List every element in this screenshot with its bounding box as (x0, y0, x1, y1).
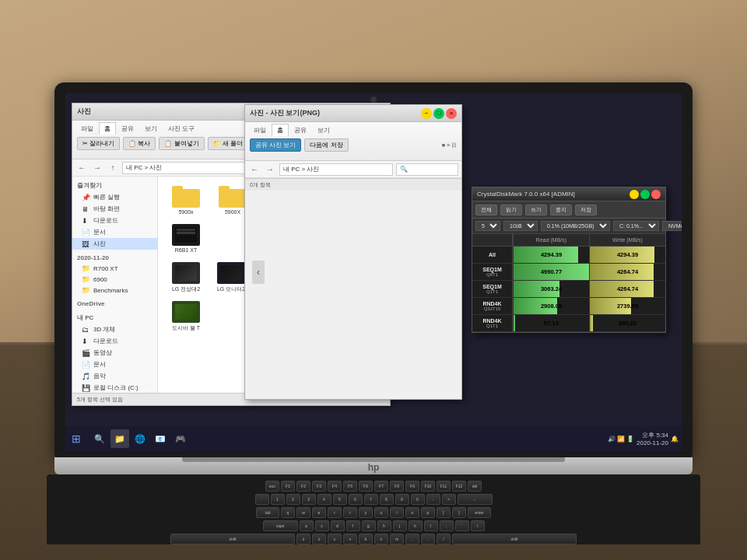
sidebar-item-quick[interactable]: 📌빠른 실행 (72, 191, 157, 203)
key-z[interactable]: z (296, 534, 310, 544)
cdm-save-button[interactable]: 저장 (575, 205, 597, 215)
key-semicolon[interactable]: ; (440, 520, 454, 531)
key-esc[interactable]: esc (265, 481, 279, 492)
key-u[interactable]: u (374, 507, 388, 518)
photo-toshiba3[interactable]: 도시바 불 T (166, 299, 206, 334)
key-9[interactable]: 9 (395, 494, 409, 505)
photo-minimize-button[interactable]: − (421, 108, 432, 119)
key-equals[interactable]: = (442, 494, 456, 505)
photo-close-button[interactable]: × (446, 108, 457, 119)
ribbon-tab-share[interactable]: 공유 (116, 122, 139, 135)
left-nav-arrow[interactable]: ‹ (252, 261, 265, 284)
photo-lg1[interactable]: LG 전상대2 (166, 261, 206, 295)
key-f6[interactable]: F6 (359, 481, 373, 492)
cdm-read-button[interactable]: 읽기 (500, 205, 522, 215)
up-button[interactable]: ↑ (107, 162, 119, 174)
key-caps[interactable]: caps (263, 520, 298, 531)
sidebar-item-dl2[interactable]: ⬇다운로드 (72, 335, 157, 347)
sidebar-item-documents[interactable]: 📄문서 (72, 226, 157, 238)
photo-save-button[interactable]: 다음에 저장 (304, 138, 348, 152)
cut-button[interactable]: ✂ 잘라내기 (77, 137, 120, 150)
key-g[interactable]: g (362, 520, 376, 531)
key-lshift[interactable]: shift (170, 534, 295, 544)
key-rbracket[interactable]: ] (452, 507, 466, 518)
key-f10[interactable]: F10 (421, 481, 435, 492)
key-d[interactable]: d (331, 520, 345, 531)
cdm-close[interactable] (651, 190, 661, 199)
photo-search-bar[interactable]: 🔍 (396, 163, 458, 176)
taskbar-search-icon[interactable]: 🔍 (90, 429, 109, 448)
key-enter[interactable]: enter (468, 507, 491, 518)
key-6[interactable]: 6 (349, 494, 363, 505)
cdm-size-select[interactable]: 1GiB (503, 221, 538, 231)
key-f2[interactable]: F2 (296, 481, 310, 492)
photo-tab-view[interactable]: 보기 (312, 124, 335, 136)
key-k[interactable]: k (409, 520, 423, 531)
key-7[interactable]: 7 (364, 494, 378, 505)
key-2[interactable]: 2 (286, 494, 300, 505)
ribbon-tab-home[interactable]: 홈 (99, 122, 116, 135)
key-v[interactable]: v (343, 534, 357, 544)
key-l[interactable]: l (424, 520, 438, 531)
sidebar-item-photos[interactable]: 🖼사진 (72, 238, 157, 250)
key-f3[interactable]: F3 (312, 481, 326, 492)
key-comma[interactable]: , (405, 534, 419, 544)
cdm-run-all-button[interactable]: 전체 (475, 205, 497, 215)
paste-button[interactable]: 📋 붙여넣기 (159, 137, 204, 150)
key-backtick[interactable]: ` (255, 494, 269, 505)
taskbar-mail-icon[interactable]: 📧 (151, 429, 170, 448)
sidebar-item-music[interactable]: 🎵음악 (72, 370, 157, 382)
folder-r6b1xt[interactable]: R6B1 XT (166, 222, 206, 254)
photo-address-bar[interactable]: 내 PC > 사진 (279, 163, 393, 176)
key-h[interactable]: h (377, 520, 391, 531)
key-m[interactable]: m (390, 534, 404, 544)
key-t[interactable]: t (343, 507, 357, 518)
photo-back-button[interactable]: ← (248, 163, 261, 176)
key-f7[interactable]: F7 (374, 481, 388, 492)
cdm-profile-select[interactable]: NVMeSSD (662, 221, 682, 231)
key-f12[interactable]: F12 (452, 481, 466, 492)
photo-tab-file[interactable]: 파일 (248, 124, 272, 136)
sidebar-item-r700xt[interactable]: 📁R700 XT (72, 263, 157, 274)
notification-icon[interactable]: 🔔 (671, 436, 679, 443)
key-i[interactable]: i (390, 507, 404, 518)
key-n[interactable]: n (374, 534, 388, 544)
key-j[interactable]: j (393, 520, 407, 531)
key-5[interactable]: 5 (333, 494, 347, 505)
forward-button[interactable]: → (91, 162, 103, 174)
start-button[interactable]: ⊞ (65, 426, 87, 451)
cdm-range-select[interactable]: 0.1% (10MB/25GB) (541, 221, 610, 231)
clock[interactable]: 오후 5:34 2020-11-20 (637, 431, 668, 446)
key-f9[interactable]: F9 (405, 481, 419, 492)
cdm-drive-select[interactable]: C: 0.1%... (613, 221, 659, 231)
key-w[interactable]: w (296, 507, 310, 518)
cdm-stop-button[interactable]: 중지 (550, 205, 572, 215)
key-quote[interactable]: ' (455, 520, 469, 531)
key-o[interactable]: o (405, 507, 419, 518)
taskbar-game-icon[interactable]: 🎮 (171, 429, 190, 448)
key-3[interactable]: 3 (302, 494, 316, 505)
key-y[interactable]: y (359, 507, 373, 518)
sidebar-item-video[interactable]: 🎬동영상 (72, 347, 157, 359)
ribbon-tab-file[interactable]: 파일 (75, 122, 99, 135)
key-r[interactable]: r (328, 507, 342, 518)
sidebar-item-desktop[interactable]: 🖥바탕 화면 (72, 203, 157, 215)
cdm-runs-select[interactable]: 5 (475, 221, 500, 231)
key-period[interactable]: . (421, 534, 435, 544)
sidebar-item-3d[interactable]: 🗂3D 개체 (72, 324, 157, 335)
key-rshift[interactable]: shift (452, 534, 577, 544)
key-s[interactable]: s (315, 520, 329, 531)
sidebar-item-6900[interactable]: 📁6900 (72, 274, 157, 285)
photo-tab-home[interactable]: 홈 (272, 124, 289, 136)
key-q[interactable]: q (281, 507, 295, 518)
key-f1[interactable]: F1 (281, 481, 295, 492)
photo-forward-button[interactable]: → (264, 163, 276, 176)
key-backslash[interactable]: \ (471, 520, 485, 531)
key-c[interactable]: c (328, 534, 342, 544)
key-8[interactable]: 8 (380, 494, 394, 505)
key-f4[interactable]: F4 (328, 481, 342, 492)
key-4[interactable]: 4 (317, 494, 331, 505)
copy-button[interactable]: 📋 복사 (123, 137, 156, 150)
ribbon-tab-tools[interactable]: 사진 도구 (163, 122, 200, 135)
back-button[interactable]: ← (75, 162, 88, 174)
